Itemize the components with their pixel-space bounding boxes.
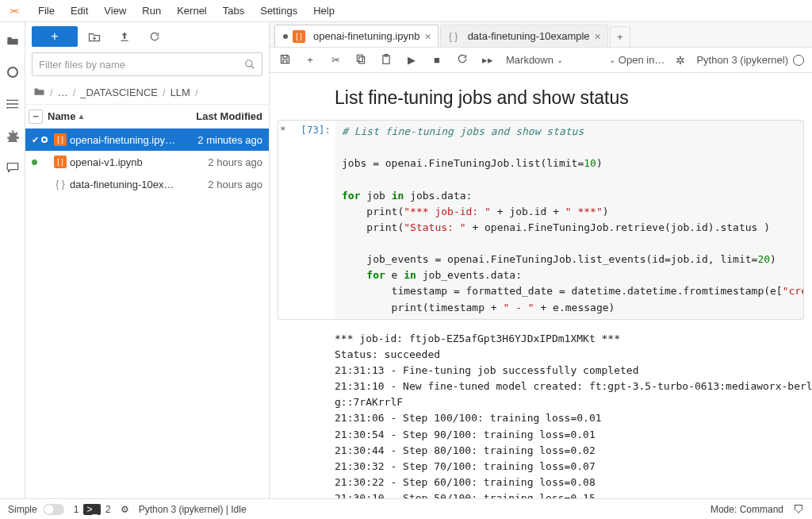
run-icon[interactable]: ▶ xyxy=(404,54,419,66)
breadcrumb-separator: / xyxy=(195,86,198,98)
file-item[interactable]: { } data-finetuning-10exa… 2 hours ago xyxy=(25,173,269,195)
open-in-menu[interactable]: ⌄ Open in… xyxy=(609,54,665,66)
tab-label: openai-finetuning.ipynb xyxy=(313,30,419,42)
new-launcher-button[interactable]: + xyxy=(32,26,78,47)
file-list-header: − Name ▲ Last Modified xyxy=(25,105,269,129)
close-icon[interactable]: × xyxy=(595,30,601,43)
svg-point-2 xyxy=(6,103,8,105)
copy-icon[interactable] xyxy=(354,53,368,67)
code-content[interactable]: # List fine-tuning jobs and show status … xyxy=(335,121,803,319)
new-folder-icon[interactable] xyxy=(81,26,108,47)
chevron-down-icon: ⌄ xyxy=(557,56,563,64)
file-filter-input[interactable] xyxy=(39,59,244,71)
column-modified-header[interactable]: Last Modified xyxy=(175,110,262,122)
file-name: openai-finetuning.ipynb xyxy=(70,134,175,146)
cell-output: *** job-id: ftjob-EZ5afGpt3H6YJDxIPDm1XM… xyxy=(278,320,804,498)
svg-point-3 xyxy=(6,107,8,109)
extensions-icon[interactable] xyxy=(6,129,20,143)
jupyter-logo-icon xyxy=(6,3,22,19)
cell-type-selector[interactable]: Markdown ⌄ xyxy=(506,54,563,66)
notebook-body[interactable]: List fine-tuning jobs and show status * … xyxy=(270,73,812,498)
trusted-icon[interactable]: ⛉ xyxy=(793,503,804,516)
file-item[interactable]: ✔ [ ] openai-finetuning.ipynb 2 minutes … xyxy=(25,129,269,151)
chat-icon[interactable] xyxy=(6,160,20,175)
add-cell-icon[interactable]: + xyxy=(303,54,317,66)
cut-icon[interactable]: ✂ xyxy=(328,54,343,66)
restart-icon[interactable] xyxy=(455,53,469,67)
menu-kernel[interactable]: Kernel xyxy=(169,5,215,17)
check-icon: ✔ xyxy=(32,135,39,145)
file-name: openai-v1.ipynb xyxy=(70,156,175,168)
running-indicator-icon xyxy=(32,160,37,165)
kernel-idle-icon xyxy=(793,55,804,66)
notebook-file-icon: [ ] xyxy=(293,30,305,43)
file-browser: + / … / _DATASCIENCE / LLM / − Name ▲ La… xyxy=(25,22,270,498)
menu-settings[interactable]: Settings xyxy=(252,5,305,17)
breadcrumb-separator: / xyxy=(50,86,53,98)
activity-bar xyxy=(0,22,25,498)
paste-icon[interactable] xyxy=(379,53,393,67)
refresh-icon[interactable] xyxy=(141,26,168,47)
close-icon[interactable]: × xyxy=(424,30,431,43)
file-modified: 2 hours ago xyxy=(175,156,262,168)
menu-tabs[interactable]: Tabs xyxy=(215,5,252,17)
folder-icon[interactable] xyxy=(6,33,20,48)
add-tab-button[interactable]: + xyxy=(610,26,630,47)
file-browser-toolbar: + xyxy=(25,22,269,51)
breadcrumb: / … / _DATASCIENCE / LLM / xyxy=(25,81,269,105)
notebook-area: [ ] openai-finetuning.ipynb × { } data-f… xyxy=(270,22,812,498)
running-icon[interactable] xyxy=(6,65,20,79)
file-name: data-finetuning-10exa… xyxy=(70,179,175,190)
upload-icon[interactable] xyxy=(111,26,138,47)
file-modified: 2 minutes ago xyxy=(175,134,262,146)
file-modified: 2 hours ago xyxy=(175,179,262,190)
breadcrumb-separator: / xyxy=(163,86,166,98)
notebook-file-icon: [ ] xyxy=(54,133,67,146)
dirty-marker: * xyxy=(280,124,286,136)
menu-file[interactable]: File xyxy=(30,5,63,17)
breadcrumb-segment[interactable]: LLM xyxy=(170,86,190,98)
breadcrumb-segment[interactable]: … xyxy=(58,86,68,98)
file-filter[interactable] xyxy=(32,52,262,76)
sort-asc-icon: ▲ xyxy=(77,112,85,121)
markdown-heading[interactable]: List fine-tuning jobs and show status xyxy=(335,87,804,109)
save-icon[interactable] xyxy=(278,53,292,67)
notebook-toolbar: + ✂ ▶ ■ ▸▸ Markdown ⌄ ⌄ Open in… ✲ Pytho… xyxy=(270,48,812,73)
breadcrumb-separator: / xyxy=(73,86,76,98)
toc-icon[interactable] xyxy=(6,97,20,111)
menu-run[interactable]: Run xyxy=(134,5,169,17)
breadcrumb-segment[interactable]: _DATASCIENCE xyxy=(80,86,158,98)
column-name-header[interactable]: Name xyxy=(48,110,75,122)
svg-point-0 xyxy=(8,67,17,77)
terminal-icon: >_ xyxy=(83,504,101,515)
json-file-icon: { } xyxy=(447,30,460,43)
svg-point-4 xyxy=(246,60,252,67)
search-icon xyxy=(244,59,255,70)
debug-icon[interactable]: ✲ xyxy=(676,54,685,67)
menu-view[interactable]: View xyxy=(96,5,134,17)
collapse-button[interactable]: − xyxy=(29,110,43,124)
kernel-status[interactable]: Python 3 (ipykernel) | Idle xyxy=(139,504,247,515)
run-all-icon[interactable]: ▸▸ xyxy=(481,54,495,66)
code-cell[interactable]: * [73]: # List fine-tuning jobs and show… xyxy=(278,120,804,320)
chevron-down-icon: ⌄ xyxy=(609,56,615,64)
terminals-count[interactable]: 1 >_ 2 xyxy=(74,504,111,515)
tab-notebook[interactable]: [ ] openai-finetuning.ipynb × xyxy=(274,25,439,47)
menu-edit[interactable]: Edit xyxy=(63,5,96,17)
kernel-switcher[interactable]: Python 3 (ipykernel) xyxy=(696,54,804,66)
menubar: File Edit View Run Kernel Tabs Settings … xyxy=(0,0,812,22)
running-indicator-icon xyxy=(41,136,48,143)
settings-icon[interactable]: ⚙ xyxy=(121,504,129,515)
stop-icon[interactable]: ■ xyxy=(430,54,444,66)
folder-icon[interactable] xyxy=(33,86,45,98)
notebook-file-icon: [ ] xyxy=(54,156,67,168)
svg-rect-5 xyxy=(357,55,362,61)
svg-point-1 xyxy=(6,99,8,101)
main-area: + / … / _DATASCIENCE / LLM / − Name ▲ La… xyxy=(0,22,812,498)
simple-mode-toggle[interactable]: Simple xyxy=(8,504,64,515)
file-item[interactable]: [ ] openai-v1.ipynb 2 hours ago xyxy=(25,151,269,173)
statusbar: Simple 1 >_ 2 ⚙ Python 3 (ipykernel) | I… xyxy=(0,498,812,519)
tab-file[interactable]: { } data-finetuning-10example × xyxy=(440,25,608,47)
mode-indicator: Mode: Command xyxy=(710,504,783,515)
menu-help[interactable]: Help xyxy=(305,5,343,17)
